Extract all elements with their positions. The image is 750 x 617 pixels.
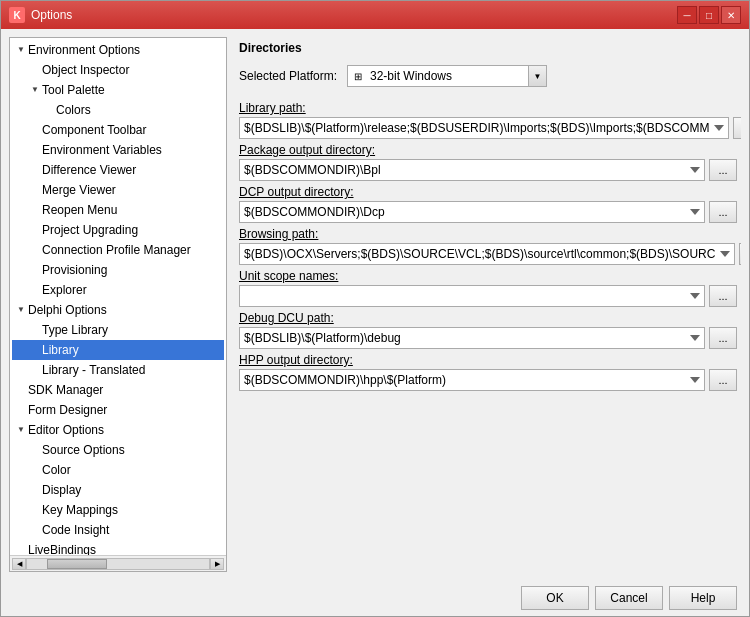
tree-item-project-upgrading[interactable]: Project Upgrading bbox=[12, 220, 224, 240]
field-group-debug-dcu-path: Debug DCU path:$(BDSLIB)\$(Platform)\deb… bbox=[239, 311, 737, 349]
browse-btn-hpp-output-directory[interactable]: ... bbox=[709, 369, 737, 391]
maximize-button[interactable]: □ bbox=[699, 6, 719, 24]
platform-dropdown[interactable]: 32-bit Windows 64-bit Windows macOS iOS … bbox=[368, 66, 528, 86]
tree-toggle-code-insight bbox=[28, 523, 42, 537]
tree-item-component-toolbar[interactable]: Component Toolbar bbox=[12, 120, 224, 140]
tree-toggle-editor-options[interactable]: ▼ bbox=[14, 423, 28, 437]
tree-item-library-translated[interactable]: Library - Translated bbox=[12, 360, 224, 380]
tree-label-source-options: Source Options bbox=[42, 441, 125, 459]
options-dialog: K Options ─ □ ✕ ▼Environment OptionsObje… bbox=[0, 0, 750, 617]
tree-toggle-environment-options[interactable]: ▼ bbox=[14, 43, 28, 57]
tree-item-sdk-manager[interactable]: SDK Manager bbox=[12, 380, 224, 400]
tree-item-provisioning[interactable]: Provisioning bbox=[12, 260, 224, 280]
tree-toggle-library bbox=[28, 343, 42, 357]
tree-label-display: Display bbox=[42, 481, 81, 499]
tree-item-library[interactable]: Library bbox=[12, 340, 224, 360]
tree-toggle-delphi-options[interactable]: ▼ bbox=[14, 303, 28, 317]
tree-item-merge-viewer[interactable]: Merge Viewer bbox=[12, 180, 224, 200]
field-combo-dcp-output-directory[interactable]: $(BDSCOMMONDIR)\Dcp bbox=[239, 201, 705, 223]
tree-item-connection-profile-manager[interactable]: Connection Profile Manager bbox=[12, 240, 224, 260]
tree-toggle-merge-viewer bbox=[28, 183, 42, 197]
scroll-right-arrow[interactable]: ▶ bbox=[210, 558, 224, 570]
tree-scroll-area[interactable]: ▼Environment OptionsObject Inspector▼Too… bbox=[10, 38, 226, 555]
field-row-hpp-output-directory: $(BDSCOMMONDIR)\hpp\$(Platform)... bbox=[239, 369, 737, 391]
tree-item-source-options[interactable]: Source Options bbox=[12, 440, 224, 460]
tree-toggle-connection-profile-manager bbox=[28, 243, 42, 257]
platform-label: Selected Platform: bbox=[239, 69, 339, 83]
bottom-bar: OK Cancel Help bbox=[1, 580, 749, 616]
tree-item-form-designer[interactable]: Form Designer bbox=[12, 400, 224, 420]
browse-btn-library-path[interactable]: ... bbox=[733, 117, 741, 139]
tree-label-form-designer: Form Designer bbox=[28, 401, 107, 419]
browse-btn-unit-scope-names[interactable]: ... bbox=[709, 285, 737, 307]
tree-item-display[interactable]: Display bbox=[12, 480, 224, 500]
tree-item-environment-variables[interactable]: Environment Variables bbox=[12, 140, 224, 160]
field-group-unit-scope-names: Unit scope names:... bbox=[239, 269, 737, 307]
tree-item-environment-options[interactable]: ▼Environment Options bbox=[12, 40, 224, 60]
platform-row: Selected Platform: ⊞ 32-bit Windows 64-b… bbox=[239, 65, 737, 87]
tree-item-tool-palette[interactable]: ▼Tool Palette bbox=[12, 80, 224, 100]
platform-select-wrapper: ⊞ 32-bit Windows 64-bit Windows macOS iO… bbox=[347, 65, 547, 87]
field-label-library-path: Library path: bbox=[239, 101, 737, 115]
help-button[interactable]: Help bbox=[669, 586, 737, 610]
field-label-dcp-output-directory: DCP output directory: bbox=[239, 185, 737, 199]
tree-toggle-source-options bbox=[28, 443, 42, 457]
tree-item-key-mappings[interactable]: Key Mappings bbox=[12, 500, 224, 520]
tree-label-project-upgrading: Project Upgrading bbox=[42, 221, 138, 239]
scrollbar-thumb[interactable] bbox=[47, 559, 107, 569]
tree-toggle-livebindings bbox=[14, 543, 28, 555]
browse-btn-browsing-path[interactable]: ... bbox=[739, 243, 741, 265]
tree-toggle-form-designer bbox=[14, 403, 28, 417]
field-group-library-path: Library path:$(BDSLIB)\$(Platform)\relea… bbox=[239, 101, 737, 139]
field-combo-hpp-output-directory[interactable]: $(BDSCOMMONDIR)\hpp\$(Platform) bbox=[239, 369, 705, 391]
close-button[interactable]: ✕ bbox=[721, 6, 741, 24]
browse-btn-debug-dcu-path[interactable]: ... bbox=[709, 327, 737, 349]
tree-item-explorer[interactable]: Explorer bbox=[12, 280, 224, 300]
tree-item-object-inspector[interactable]: Object Inspector bbox=[12, 60, 224, 80]
tree-item-livebindings[interactable]: LiveBindings bbox=[12, 540, 224, 555]
tree-item-type-library[interactable]: Type Library bbox=[12, 320, 224, 340]
field-group-dcp-output-directory: DCP output directory:$(BDSCOMMONDIR)\Dcp… bbox=[239, 185, 737, 223]
tree-toggle-library-translated bbox=[28, 363, 42, 377]
tree-label-object-inspector: Object Inspector bbox=[42, 61, 129, 79]
horizontal-scrollbar[interactable]: ◀ ▶ bbox=[10, 555, 226, 571]
tree-item-reopen-menu[interactable]: Reopen Menu bbox=[12, 200, 224, 220]
tree-label-key-mappings: Key Mappings bbox=[42, 501, 118, 519]
tree-toggle-type-library bbox=[28, 323, 42, 337]
cancel-button[interactable]: Cancel bbox=[595, 586, 663, 610]
tree-panel: ▼Environment OptionsObject Inspector▼Too… bbox=[9, 37, 227, 572]
field-group-package-output-directory: Package output directory:$(BDSCOMMONDIR)… bbox=[239, 143, 737, 181]
tree-label-library-translated: Library - Translated bbox=[42, 361, 145, 379]
scroll-left-arrow[interactable]: ◀ bbox=[12, 558, 26, 570]
tree-item-colors[interactable]: Colors bbox=[12, 100, 224, 120]
tree-item-color[interactable]: Color bbox=[12, 460, 224, 480]
browse-btn-package-output-directory[interactable]: ... bbox=[709, 159, 737, 181]
tree-item-delphi-options[interactable]: ▼Delphi Options bbox=[12, 300, 224, 320]
field-combo-debug-dcu-path[interactable]: $(BDSLIB)\$(Platform)\debug bbox=[239, 327, 705, 349]
tree-label-colors: Colors bbox=[56, 101, 91, 119]
tree-label-provisioning: Provisioning bbox=[42, 261, 107, 279]
tree-label-delphi-options: Delphi Options bbox=[28, 301, 107, 319]
window-icon: K bbox=[9, 7, 25, 23]
tree-item-code-insight[interactable]: Code Insight bbox=[12, 520, 224, 540]
tree-item-difference-viewer[interactable]: Difference Viewer bbox=[12, 160, 224, 180]
tree-toggle-provisioning bbox=[28, 263, 42, 277]
field-combo-library-path[interactable]: $(BDSLIB)\$(Platform)\release;$(BDSUSERD… bbox=[239, 117, 729, 139]
browse-btn-dcp-output-directory[interactable]: ... bbox=[709, 201, 737, 223]
ok-button[interactable]: OK bbox=[521, 586, 589, 610]
minimize-button[interactable]: ─ bbox=[677, 6, 697, 24]
tree-toggle-tool-palette[interactable]: ▼ bbox=[28, 83, 42, 97]
field-label-hpp-output-directory: HPP output directory: bbox=[239, 353, 737, 367]
field-combo-package-output-directory[interactable]: $(BDSCOMMONDIR)\Bpl bbox=[239, 159, 705, 181]
tree-toggle-difference-viewer bbox=[28, 163, 42, 177]
field-row-debug-dcu-path: $(BDSLIB)\$(Platform)\debug... bbox=[239, 327, 737, 349]
field-group-hpp-output-directory: HPP output directory:$(BDSCOMMONDIR)\hpp… bbox=[239, 353, 737, 391]
scrollbar-track[interactable] bbox=[26, 558, 210, 570]
tree-toggle-display bbox=[28, 483, 42, 497]
tree-label-type-library: Type Library bbox=[42, 321, 108, 339]
field-combo-unit-scope-names[interactable] bbox=[239, 285, 705, 307]
tree-item-editor-options[interactable]: ▼Editor Options bbox=[12, 420, 224, 440]
titlebar: K Options ─ □ ✕ bbox=[1, 1, 749, 29]
tree-toggle-colors bbox=[42, 103, 56, 117]
field-combo-browsing-path[interactable]: $(BDS)\OCX\Servers;$(BDS)\SOURCE\VCL;$(B… bbox=[239, 243, 735, 265]
